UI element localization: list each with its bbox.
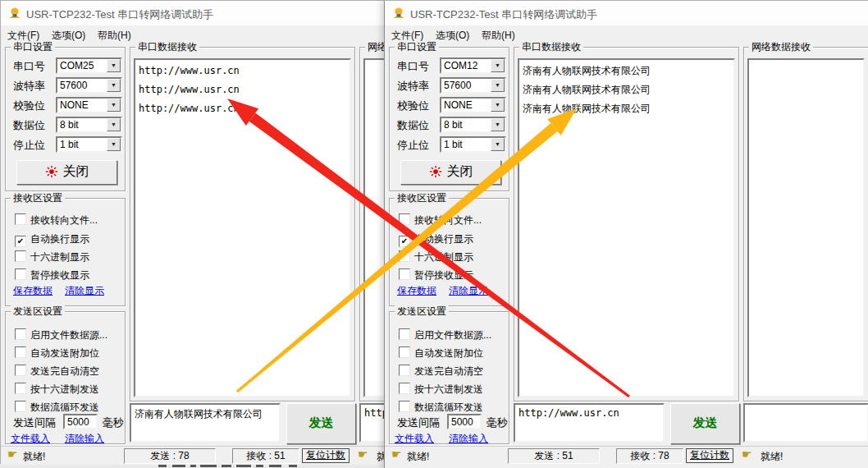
checkbox-clear-after-send[interactable]: 发送完自动清空 — [15, 363, 99, 374]
close-port-button[interactable]: 关闭 — [400, 160, 501, 185]
serial-receive-group: 串口数据接收 济南有人物联网技术有限公司 济南有人物联网技术有限公司 济南有人物… — [514, 47, 739, 401]
clear-input-link[interactable]: 清除输入 — [65, 432, 104, 446]
com-port-select[interactable]: COM25 ▼ — [56, 57, 122, 74]
checkbox-clear-after-send[interactable]: 发送完自动清空 — [399, 363, 483, 374]
network-receive-area[interactable] — [747, 58, 865, 397]
baud-rate-select[interactable]: 57600 ▼ — [440, 77, 506, 94]
parity-select[interactable]: NONE ▼ — [56, 97, 122, 113]
menu-help[interactable]: 帮助(H) — [482, 29, 515, 43]
load-file-link[interactable]: 文件载入 — [11, 432, 50, 446]
checkbox-loop-send[interactable]: 数据流循环发送 — [399, 399, 483, 411]
screen: USR-TCP232-Test 串口转网络调试助手 文件(F) 选项(O) 帮助… — [0, 0, 868, 468]
received-line: http://www.usr.cn — [139, 62, 346, 80]
chevron-down-icon[interactable]: ▼ — [107, 118, 121, 131]
stop-bits-label: 停止位 — [397, 138, 429, 153]
menu-options[interactable]: 选项(O) — [436, 29, 469, 43]
interval-unit: 毫秒 — [487, 415, 508, 430]
chevron-down-icon[interactable]: ▼ — [491, 79, 505, 92]
serial-receive-area[interactable]: http://www.usr.cn http://www.usr.cn http… — [134, 58, 351, 397]
pointing-hand-icon: ☛ — [358, 447, 368, 461]
chevron-down-icon[interactable]: ▼ — [107, 59, 121, 72]
checkbox-pause-receive[interactable]: 暂停接收显示 — [15, 267, 89, 278]
status-sent-count: 发送 : 51 — [508, 448, 600, 464]
checkbox-hex-display[interactable]: 十六进制显示 — [15, 249, 89, 260]
serial-send-input[interactable]: 济南有人物联网技术有限公司 — [130, 403, 281, 443]
status-ready-2: 就绪! — [761, 450, 783, 464]
checkbox-hex-display[interactable]: 十六进制显示 — [399, 249, 473, 260]
interval-input[interactable]: 5000 — [447, 414, 482, 429]
data-bits-label: 数据位 — [13, 118, 45, 133]
data-bits-select[interactable]: 8 bit ▼ — [56, 117, 122, 133]
titlebar[interactable]: USR-TCP232-Test 串口转网络调试助手 — [385, 1, 868, 25]
send-settings-group: 发送区设置 启用文件数据源... 自动发送附加位 发送完自动清空 按十六进制发送… — [5, 311, 126, 444]
status-sent-count: 发送 : 78 — [124, 448, 216, 464]
send-button[interactable]: 发送 — [670, 403, 740, 444]
serial-receive-area[interactable]: 济南有人物联网技术有限公司 济南有人物联网技术有限公司 济南有人物联网技术有限公… — [518, 58, 735, 397]
app-logo-icon — [392, 7, 405, 20]
chevron-down-icon[interactable]: ▼ — [107, 99, 121, 112]
serial-receive-group: 串口数据接收 http://www.usr.cn http://www.usr.… — [130, 47, 355, 401]
checkbox-auto-wrap[interactable]: ✔自动换行显示 — [15, 231, 89, 242]
network-send-input[interactable] — [743, 403, 868, 443]
checkbox-receive-to-file[interactable]: 接收转向文件... — [15, 212, 98, 223]
network-receive-group: 网络数据接收 — [743, 47, 868, 401]
receive-settings-group: 接收区设置 接收转向文件... ✔自动换行显示 十六进制显示 暂停接收显示 保存… — [5, 198, 126, 306]
reset-count-button[interactable]: 复位计数 — [302, 448, 349, 463]
close-port-button[interactable]: 关闭 — [16, 160, 117, 185]
chevron-down-icon[interactable]: ▼ — [107, 138, 121, 151]
serial-settings-group: 串口设置 串口号 COM25 ▼ 波特率 57600 ▼ 校验位 NONE ▼ … — [5, 47, 126, 191]
parity-select[interactable]: NONE ▼ — [440, 97, 506, 113]
checkbox-file-data-source[interactable]: 启用文件数据源... — [399, 327, 491, 338]
received-line: 济南有人物联网技术有限公司 — [523, 99, 730, 118]
stop-bits-select[interactable]: 1 bit ▼ — [56, 136, 122, 153]
window-title: USR-TCP232-Test 串口转网络调试助手 — [26, 7, 213, 22]
chevron-down-icon[interactable]: ▼ — [491, 99, 505, 112]
clear-display-link[interactable]: 清除显示 — [65, 284, 104, 298]
received-line: 济南有人物联网技术有限公司 — [523, 80, 730, 99]
clear-display-link[interactable]: 清除显示 — [449, 284, 488, 298]
pointing-hand-icon: ☛ — [391, 447, 402, 461]
checkbox-auto-append[interactable]: 自动发送附加位 — [15, 345, 99, 356]
status-ready: 就绪! — [23, 450, 45, 464]
clear-input-link[interactable]: 清除输入 — [449, 432, 488, 446]
com-port-label: 串口号 — [13, 59, 45, 74]
send-button[interactable]: 发送 — [286, 403, 356, 444]
interval-label: 发送间隔 — [13, 415, 56, 430]
received-line: http://www.usr.cn — [139, 99, 346, 118]
checkbox-loop-send[interactable]: 数据流循环发送 — [15, 399, 99, 411]
baud-rate-select[interactable]: 57600 ▼ — [56, 77, 122, 94]
checkbox-send-as-hex[interactable]: 按十六进制发送 — [399, 381, 483, 392]
checkbox-auto-wrap[interactable]: ✔自动换行显示 — [399, 231, 473, 242]
data-bits-select[interactable]: 8 bit ▼ — [440, 117, 506, 133]
com-port-label: 串口号 — [397, 59, 429, 74]
window-right: USR-TCP232-Test 串口转网络调试助手 文件(F) 选项(O) 帮助… — [384, 0, 868, 468]
load-file-link[interactable]: 文件载入 — [395, 432, 434, 446]
checkbox-send-as-hex[interactable]: 按十六进制发送 — [15, 381, 99, 392]
window-title: USR-TCP232-Test 串口转网络调试助手 — [410, 7, 597, 22]
interval-input[interactable]: 5000 — [63, 414, 98, 429]
baud-rate-label: 波特率 — [13, 79, 45, 94]
checkbox-pause-receive[interactable]: 暂停接收显示 — [399, 267, 473, 278]
serial-settings-group: 串口设置 串口号 COM12 ▼ 波特率 57600 ▼ 校验位 NONE ▼ … — [389, 47, 509, 191]
interval-unit: 毫秒 — [103, 415, 124, 430]
pointing-hand-icon: ☛ — [742, 447, 752, 461]
save-data-link[interactable]: 保存数据 — [13, 284, 53, 298]
chevron-down-icon[interactable]: ▼ — [491, 138, 505, 151]
serial-send-input[interactable]: http://www.usr.cn — [514, 403, 665, 443]
interval-label: 发送间隔 — [397, 415, 440, 430]
checkbox-receive-to-file[interactable]: 接收转向文件... — [399, 212, 482, 223]
chevron-down-icon[interactable]: ▼ — [491, 118, 505, 131]
menu-help[interactable]: 帮助(H) — [98, 29, 131, 43]
chevron-down-icon[interactable]: ▼ — [491, 59, 505, 72]
menu-options[interactable]: 选项(O) — [52, 29, 85, 43]
parity-label: 校验位 — [13, 99, 45, 113]
chevron-down-icon[interactable]: ▼ — [107, 79, 121, 92]
reset-count-button[interactable]: 复位计数 — [686, 448, 733, 463]
stop-bits-select[interactable]: 1 bit ▼ — [440, 136, 506, 153]
received-line: http://www.usr.cn — [139, 80, 346, 99]
checkbox-auto-append[interactable]: 自动发送附加位 — [399, 345, 483, 356]
checkbox-file-data-source[interactable]: 启用文件数据源... — [15, 327, 107, 338]
save-data-link[interactable]: 保存数据 — [397, 284, 436, 298]
baud-rate-label: 波特率 — [397, 79, 429, 94]
com-port-select[interactable]: COM12 ▼ — [440, 57, 506, 74]
